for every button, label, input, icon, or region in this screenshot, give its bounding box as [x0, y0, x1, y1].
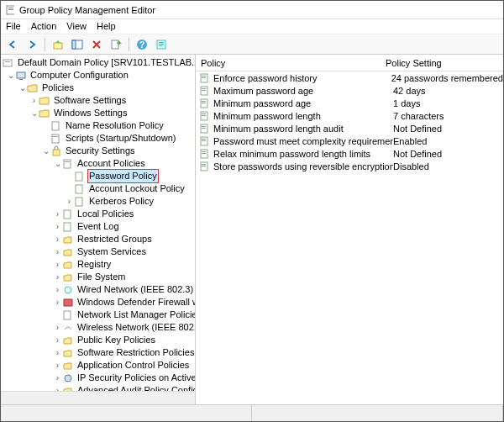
expand-icon[interactable]: › — [53, 258, 62, 271]
collapse-icon[interactable]: ⌄ — [41, 145, 50, 157]
tree-account-lockout[interactable]: Account Lockout Policy — [3, 182, 195, 195]
svg-point-31 — [65, 375, 71, 382]
list-rows: Enforce password history24 passwords rem… — [196, 71, 503, 172]
tree-file-system[interactable]: › File System — [3, 271, 195, 283]
tree[interactable]: Default Domain Policy [SRV101.TESTLAB.LO… — [1, 55, 195, 404]
policy-item-icon — [74, 183, 86, 195]
policy-name: Minimum password length — [213, 111, 393, 121]
tree-hscroll[interactable] — [1, 391, 195, 404]
tree-account-policies[interactable]: ⌄ Account Policies — [3, 157, 195, 170]
tree-windows-settings[interactable]: ⌄ Windows Settings — [3, 107, 195, 119]
column-setting[interactable]: Policy Setting — [381, 55, 503, 71]
expand-icon[interactable]: › — [53, 208, 62, 220]
list-row[interactable]: Relax minimum password length limitsNot … — [196, 147, 503, 160]
list-row[interactable]: Password must meet complexity requiremen… — [196, 135, 503, 147]
firewall-icon — [62, 297, 74, 309]
tree-event-log[interactable]: › Event Log — [3, 220, 195, 233]
policy-value: 24 passwords remembered — [391, 73, 503, 83]
expand-icon[interactable]: › — [53, 346, 62, 359]
expand-icon[interactable]: › — [53, 233, 62, 245]
svg-rect-3 — [54, 43, 62, 49]
svg-rect-58 — [202, 166, 206, 166]
svg-rect-17 — [52, 122, 59, 130]
policy-value: Enabled — [393, 136, 503, 146]
list-row[interactable]: Minimum password age1 days — [196, 97, 503, 109]
svg-rect-40 — [202, 90, 206, 91]
tree-name-resolution[interactable]: Name Resolution Policy — [3, 119, 195, 132]
list-pane[interactable]: Policy Policy Setting Enforce password h… — [196, 55, 503, 404]
policy-item-icon — [74, 171, 86, 182]
svg-rect-2 — [8, 9, 13, 10]
expand-icon[interactable]: › — [65, 195, 74, 208]
list-row[interactable]: Store passwords using reversible encrypt… — [196, 160, 503, 172]
tree-wired-network[interactable]: › Wired Network (IEEE 802.3) Policies — [3, 283, 195, 296]
tree-password-policy[interactable]: Password Policy — [3, 170, 195, 182]
forward-button[interactable] — [24, 36, 40, 53]
tree-public-key[interactable]: › Public Key Policies — [3, 334, 195, 346]
list-row[interactable]: Minimum password length7 characters — [196, 109, 503, 122]
expand-icon[interactable]: › — [53, 245, 62, 258]
expand-icon[interactable]: › — [53, 271, 62, 283]
policy-item-icon — [199, 135, 211, 147]
expand-icon[interactable]: › — [53, 296, 62, 309]
delete-button[interactable] — [88, 36, 105, 53]
policy-value: Disabled — [393, 161, 503, 171]
folder-icon — [39, 108, 50, 119]
list-row[interactable]: Maximum password age42 days — [196, 84, 503, 97]
menu-action[interactable]: Action — [31, 21, 57, 32]
policy-name: Minimum password age — [213, 98, 393, 108]
tree-software-settings[interactable]: › Software Settings — [3, 94, 195, 107]
tree-root[interactable]: Default Domain Policy [SRV101.TESTLAB.LO… — [3, 56, 195, 69]
tree-scripts[interactable]: Scripts (Startup/Shutdown) — [3, 132, 195, 145]
svg-rect-39 — [202, 88, 206, 89]
tree-windows-defender[interactable]: › Windows Defender Firewall with Advance… — [3, 296, 195, 309]
list-row[interactable]: Minimum password length auditNot Defined — [196, 122, 503, 135]
expand-icon[interactable]: › — [53, 359, 62, 372]
tree-application-control[interactable]: › Application Control Policies — [3, 359, 195, 372]
svg-rect-19 — [53, 136, 58, 137]
tree-network-list[interactable]: Network List Manager Policies — [3, 309, 195, 321]
up-button[interactable] — [50, 36, 66, 53]
tree-pane[interactable]: Default Domain Policy [SRV101.TESTLAB.LO… — [1, 55, 196, 404]
folder-icon — [62, 360, 74, 372]
expand-icon[interactable]: › — [53, 372, 62, 384]
list-row[interactable]: Enforce password history24 passwords rem… — [196, 71, 503, 84]
show-hide-tree-button[interactable] — [69, 36, 86, 53]
svg-rect-54 — [202, 151, 206, 152]
menu-file[interactable]: File — [6, 21, 21, 32]
policy-name: Minimum password length audit — [213, 124, 393, 134]
back-button[interactable] — [4, 36, 21, 53]
tree-wireless-network[interactable]: › Wireless Network (IEEE 802.11) Policie… — [3, 321, 195, 334]
tree-software-restriction[interactable]: › Software Restriction Policies — [3, 346, 195, 359]
tree-system-services[interactable]: › System Services — [3, 245, 195, 258]
expand-icon[interactable]: › — [53, 220, 62, 233]
collapse-icon[interactable]: ⌄ — [6, 69, 15, 82]
wireless-icon — [62, 322, 74, 334]
menu-help[interactable]: Help — [97, 21, 116, 32]
column-policy[interactable]: Policy — [196, 55, 381, 71]
help-button[interactable]: ? — [134, 36, 150, 53]
folder-icon — [62, 272, 74, 283]
collapse-icon[interactable]: ⌄ — [29, 107, 39, 119]
tree-security-settings[interactable]: ⌄ Security Settings — [3, 145, 195, 157]
collapse-icon[interactable]: ⌄ — [53, 157, 62, 170]
tree-restricted-groups[interactable]: › Restricted Groups — [3, 233, 195, 245]
filter-button[interactable] — [153, 36, 170, 53]
tree-policies[interactable]: ⌄ Policies — [3, 82, 195, 94]
folder-icon — [62, 347, 74, 359]
menu-view[interactable]: View — [66, 21, 87, 32]
tree-computer-config[interactable]: ⌄ Computer Configuration — [3, 69, 195, 82]
policy-name: Enforce password history — [213, 73, 391, 83]
collapse-icon[interactable]: ⌄ — [18, 82, 27, 94]
export-button[interactable] — [108, 36, 124, 53]
expand-icon[interactable]: › — [53, 283, 62, 296]
tree-ip-security[interactable]: › IP Security Policies on Active Directo… — [3, 372, 195, 384]
expand-icon[interactable]: › — [53, 321, 62, 334]
network-icon — [62, 284, 74, 296]
svg-rect-11 — [159, 44, 164, 45]
tree-kerberos[interactable]: › Kerberos Policy — [3, 195, 195, 208]
tree-local-policies[interactable]: › Local Policies — [3, 208, 195, 220]
expand-icon[interactable]: › — [53, 334, 62, 346]
tree-registry[interactable]: › Registry — [3, 258, 195, 271]
expand-icon[interactable]: › — [29, 94, 39, 107]
